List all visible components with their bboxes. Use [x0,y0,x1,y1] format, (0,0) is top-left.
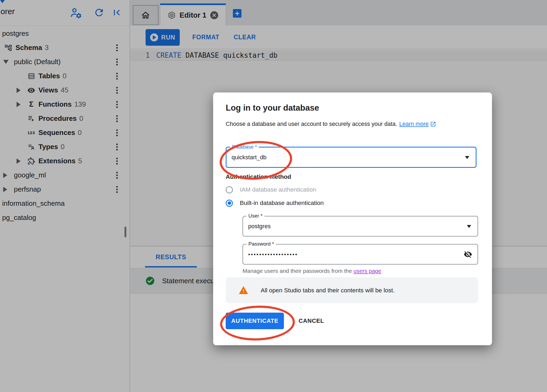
warning-banner: All open Studio tabs and their contents … [226,277,478,303]
helper-prefix: Manage users and their passwords from th… [243,268,354,274]
cancel-button[interactable]: CANCEL [292,313,330,329]
radio-builtin-auth[interactable]: Built-in database authentication [226,197,324,209]
user-value: postgres [248,223,271,230]
warning-icon [239,285,248,295]
visibility-off-icon[interactable] [464,250,472,259]
user-label: User * [247,213,264,219]
password-helper-text: Manage users and their passwords from th… [243,268,381,274]
radio-selected-icon[interactable] [226,200,233,207]
dialog-subtitle: Choose a database and user account to se… [226,121,436,127]
radio-unselected-icon[interactable] [226,186,233,193]
password-value: •••••••••••••••••• [248,251,298,258]
radio-label: IAM database authentication [240,186,316,193]
learn-more-link[interactable]: Learn more [399,121,429,127]
password-input[interactable]: Password * •••••••••••••••••• [243,244,478,265]
subtitle-text: Choose a database and user account to se… [226,121,397,127]
users-page-link[interactable]: users page [354,268,381,274]
dialog-title: Log in to your database [226,103,319,113]
radio-label: Built-in database authentication [240,200,324,207]
external-link-icon [430,121,436,127]
radio-iam-auth[interactable]: IAM database authentication [226,184,316,196]
password-label: Password * [247,241,276,247]
dropdown-arrow-icon[interactable] [467,225,471,228]
user-select[interactable]: User * postgres [243,216,478,236]
dropdown-arrow-icon[interactable] [465,156,469,159]
warning-text: All open Studio tabs and their contents … [261,287,395,294]
